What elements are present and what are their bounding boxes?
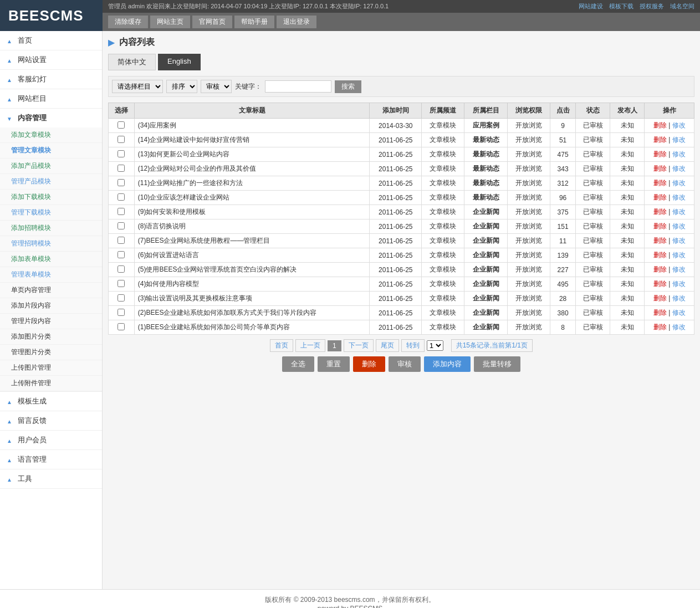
sidebar-sub-manage-fragment[interactable]: 管理片段内容	[0, 314, 102, 329]
sidebar-sub-manage-img-cat[interactable]: 管理图片分类	[0, 345, 102, 360]
row-checkbox[interactable]	[117, 309, 125, 316]
sidebar-item-home[interactable]: 首页	[0, 31, 102, 50]
sidebar-sub-manage-product[interactable]: 管理产品模块	[0, 174, 102, 190]
sidebar-item-columns[interactable]: 网站栏目	[0, 89, 102, 108]
nav-help[interactable]: 帮助手册	[234, 16, 274, 28]
action-edit[interactable]: 修改	[672, 251, 686, 259]
sidebar-sub-manage-recruit[interactable]: 管理招聘模块	[0, 236, 102, 252]
category-select[interactable]: 请选择栏目	[112, 80, 163, 93]
action-delete[interactable]: 删除	[653, 222, 667, 230]
action-delete[interactable]: 删除	[653, 165, 667, 172]
link-website[interactable]: 网站建设	[579, 3, 603, 9]
row-checkbox[interactable]	[117, 280, 125, 287]
row-checkbox[interactable]	[117, 265, 125, 273]
sidebar-sub-upload-attach[interactable]: 上传附件管理	[0, 376, 102, 391]
sidebar-item-content-mgmt[interactable]: 内容管理	[0, 109, 102, 127]
sidebar-sub-add-fragment[interactable]: 添加片段内容	[0, 298, 102, 314]
nav-official-home[interactable]: 官网首页	[192, 16, 232, 28]
action-edit[interactable]: 修改	[672, 193, 686, 201]
btn-reset[interactable]: 重置	[318, 356, 350, 372]
sidebar-sub-add-download[interactable]: 添加下载模块	[0, 190, 102, 205]
tab-simplified-chinese[interactable]: 简体中文	[108, 54, 156, 70]
btn-add-content[interactable]: 添加内容	[424, 356, 471, 372]
action-edit[interactable]: 修改	[672, 323, 686, 331]
sidebar-item-tools[interactable]: 工具	[0, 469, 102, 488]
row-checkbox[interactable]	[117, 208, 125, 215]
action-edit[interactable]: 修改	[672, 309, 686, 316]
action-edit[interactable]: 修改	[672, 150, 686, 158]
sidebar-sub-upload-img[interactable]: 上传图片管理	[0, 360, 102, 376]
page-next[interactable]: 下一页	[344, 339, 374, 352]
page-last[interactable]: 尾页	[376, 339, 399, 352]
tab-english[interactable]: English	[158, 54, 201, 70]
sidebar-item-carousel[interactable]: 客服幻灯	[0, 70, 102, 89]
action-delete[interactable]: 删除	[653, 179, 667, 187]
row-checkbox[interactable]	[117, 251, 125, 258]
sidebar-sub-add-recruit[interactable]: 添加招聘模块	[0, 221, 102, 236]
action-edit[interactable]: 修改	[672, 121, 686, 129]
page-first[interactable]: 首页	[270, 339, 293, 352]
action-delete[interactable]: 删除	[653, 265, 667, 273]
action-delete[interactable]: 删除	[653, 150, 667, 158]
sidebar-sub-manage-form[interactable]: 管理表单模块	[0, 267, 102, 283]
sidebar-item-template[interactable]: 模板生成	[0, 392, 102, 411]
row-checkbox[interactable]	[117, 237, 125, 244]
row-checkbox[interactable]	[117, 150, 125, 157]
action-edit[interactable]: 修改	[672, 208, 686, 216]
sidebar-sub-single-page[interactable]: 单页内容管理	[0, 283, 102, 298]
action-edit[interactable]: 修改	[672, 294, 686, 302]
action-edit[interactable]: 修改	[672, 165, 686, 172]
page-current[interactable]: 1	[328, 340, 341, 351]
link-template[interactable]: 模板下载	[609, 3, 633, 9]
btn-batch-transfer[interactable]: 批量转移	[474, 356, 520, 372]
action-delete[interactable]: 删除	[653, 121, 667, 129]
action-delete[interactable]: 删除	[653, 280, 667, 288]
action-edit[interactable]: 修改	[672, 179, 686, 187]
sort-select[interactable]: 排序	[166, 80, 197, 93]
audit-select[interactable]: 审核	[201, 80, 232, 93]
row-checkbox[interactable]	[117, 222, 125, 229]
sidebar-sub-add-form[interactable]: 添加表单模块	[0, 252, 102, 267]
action-edit[interactable]: 修改	[672, 237, 686, 244]
page-prev[interactable]: 上一页	[295, 339, 325, 352]
row-checkbox[interactable]	[117, 136, 125, 143]
sidebar-sub-add-img-cat[interactable]: 添加图片分类	[0, 329, 102, 345]
sidebar-item-feedback[interactable]: 留言反馈	[0, 411, 102, 430]
action-delete[interactable]: 删除	[653, 237, 667, 244]
row-checkbox[interactable]	[117, 165, 125, 172]
btn-select-all[interactable]: 全选	[282, 356, 314, 372]
nav-clear-cache[interactable]: 清除缓存	[108, 16, 148, 28]
sidebar-item-lang[interactable]: 语言管理	[0, 450, 102, 469]
nav-logout[interactable]: 退出登录	[277, 16, 316, 28]
action-edit[interactable]: 修改	[672, 280, 686, 288]
sidebar-sub-manage-download[interactable]: 管理下载模块	[0, 205, 102, 221]
row-checkbox[interactable]	[117, 323, 125, 330]
row-checkbox[interactable]	[117, 294, 125, 302]
sidebar-item-site-settings[interactable]: 网站设置	[0, 50, 102, 69]
action-edit[interactable]: 修改	[672, 265, 686, 273]
btn-audit[interactable]: 审核	[389, 356, 421, 372]
nav-site-home[interactable]: 网站主页	[150, 16, 190, 28]
btn-delete[interactable]: 删除	[353, 356, 385, 372]
action-delete[interactable]: 删除	[653, 208, 667, 216]
action-delete[interactable]: 删除	[653, 309, 667, 316]
action-delete[interactable]: 删除	[653, 193, 667, 201]
sidebar-sub-add-product[interactable]: 添加产品模块	[0, 159, 102, 174]
action-delete[interactable]: 删除	[653, 323, 667, 331]
link-domain[interactable]: 域名空间	[670, 3, 694, 9]
row-checkbox[interactable]	[117, 121, 125, 129]
goto-select[interactable]: 1	[427, 340, 443, 351]
search-button[interactable]: 搜索	[335, 80, 361, 93]
link-auth[interactable]: 授权服务	[640, 3, 664, 9]
action-edit[interactable]: 修改	[672, 222, 686, 230]
sidebar-sub-manage-article[interactable]: 管理文章模块	[0, 143, 102, 159]
sidebar-sub-add-article[interactable]: 添加文章模块	[0, 127, 102, 143]
action-delete[interactable]: 删除	[653, 294, 667, 302]
keyword-input[interactable]	[265, 80, 331, 93]
action-delete[interactable]: 删除	[653, 136, 667, 144]
action-edit[interactable]: 修改	[672, 136, 686, 144]
sidebar-item-members[interactable]: 用户会员	[0, 431, 102, 449]
row-checkbox[interactable]	[117, 193, 125, 201]
row-checkbox[interactable]	[117, 179, 125, 186]
action-delete[interactable]: 删除	[653, 251, 667, 259]
